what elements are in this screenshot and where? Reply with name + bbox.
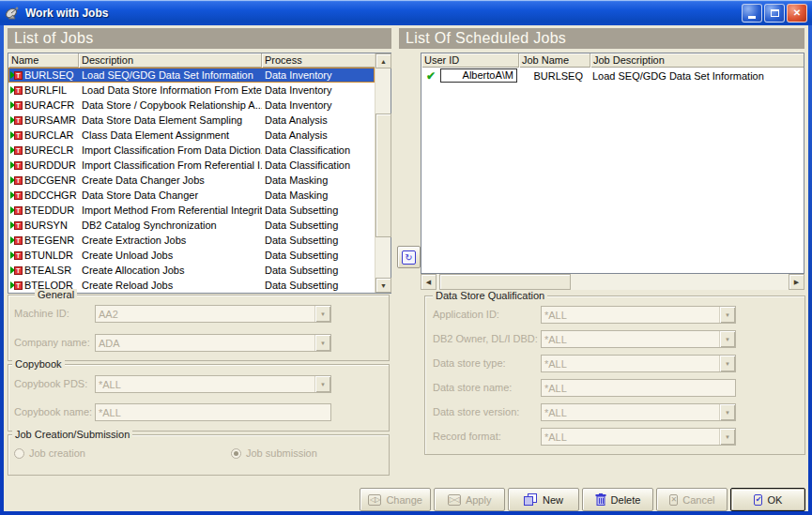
job-description-cell: Import Classification From Referential I… — [79, 159, 262, 171]
red-t-icon: T — [14, 161, 23, 170]
job-name-cell: BDCCHGR — [24, 189, 79, 201]
scheduled-row[interactable]: ✔AlbertoA\MBURLSEQLoad SEQ/GDG Data Set … — [421, 68, 804, 83]
delete-button[interactable]: Delete — [582, 488, 653, 511]
combo-arrow-icon: ▼ — [719, 429, 735, 445]
radio-job-creation: Job creation — [14, 447, 85, 459]
button-label: OK — [767, 494, 782, 506]
column-header-name[interactable]: Name — [8, 53, 79, 68]
job-type-icon: T — [8, 221, 24, 230]
user-id-cell[interactable]: AlbertoA\M — [440, 68, 517, 83]
action-button-row: ◁▷Change▷◁ApplyNewDelete✕Cancel✔OK — [360, 488, 808, 511]
job-description-cell: Create Extraction Jobs — [79, 235, 262, 246]
red-t-icon: T — [14, 131, 23, 140]
machine-id-combo: AA2▼ — [95, 305, 331, 323]
table-row[interactable]: TBTEDDURImport Method From Referential I… — [8, 203, 375, 218]
ok-button[interactable]: ✔OK — [730, 488, 805, 511]
combo-arrow-icon: ▼ — [719, 404, 735, 420]
jobs-table-body: TBURLSEQLoad SEQ/GDG Data Set Informatio… — [8, 68, 375, 293]
transfer-job-button[interactable]: ↻ — [397, 246, 421, 268]
jobs-vertical-scrollbar[interactable]: ▲ ▼ — [375, 53, 391, 293]
copybook-group: Copybook Copybook PDS:*ALL▼Copybook name… — [8, 364, 390, 432]
job-process-cell: Data Inventory — [262, 99, 375, 111]
job-description-cell: Create Reload Jobs — [79, 280, 262, 291]
red-t-icon: T — [14, 176, 23, 185]
red-t-icon: T — [14, 281, 23, 290]
scroll-left-button[interactable]: ◀ — [421, 274, 437, 290]
radio-job-submission: Job submission — [231, 447, 317, 459]
scroll-down-button[interactable]: ▼ — [375, 278, 391, 293]
cancel-icon: ✕ — [669, 494, 679, 506]
window-controls: ✕ — [742, 4, 807, 23]
radio-icon — [231, 448, 241, 459]
scheduled-horizontal-scrollbar[interactable]: ◀ ▶ — [421, 274, 804, 290]
record-format-label: Record format: — [433, 431, 501, 442]
combo-value: *ALL — [542, 334, 719, 345]
job-description-cell: Data Store Data Element Sampling — [79, 114, 262, 126]
job-process-cell: Data Subsetting — [262, 204, 375, 216]
red-t-icon: T — [14, 221, 23, 230]
company-name-label: Company name: — [14, 337, 90, 348]
table-row[interactable]: TBURSAMRData Store Data Element Sampling… — [8, 113, 375, 128]
job-description-cell: Create Unload Jobs — [79, 250, 262, 261]
copybook-group-title: Copybook — [12, 358, 65, 370]
general-group-title: General — [35, 289, 77, 300]
table-row[interactable]: TBTUNLDRCreate Unload JobsData Subsettin… — [8, 248, 375, 263]
job-name-cell: BTEGENR — [24, 235, 79, 246]
table-row[interactable]: TBURDDURImport Classification From Refer… — [8, 158, 375, 173]
column-header-job-description[interactable]: Job Description — [590, 53, 804, 68]
table-row[interactable]: TBURCLARClass Data Element AssignmentDat… — [8, 128, 375, 143]
new-button[interactable]: New — [508, 488, 579, 511]
table-row[interactable]: TBTEGENRCreate Extraction JobsData Subse… — [8, 233, 375, 248]
general-group: General Machine ID:AA2▼Company name:ADA▼ — [8, 295, 390, 361]
title-bar: Work with Jobs ✕ — [0, 0, 812, 25]
job-name-cell: BDCGENR — [24, 174, 79, 186]
column-header-job-name[interactable]: Job Name — [519, 53, 590, 68]
minimize-button[interactable] — [742, 4, 762, 23]
table-row[interactable]: TBDCGENRCreate Data Changer JobsData Mas… — [8, 173, 375, 188]
close-button[interactable]: ✕ — [787, 4, 807, 23]
table-row[interactable]: TBDCCHGRData Store Data ChangerData Mask… — [8, 188, 375, 203]
field-row: Copybook PDS:*ALL▼ — [8, 375, 389, 394]
red-t-icon: T — [14, 71, 23, 80]
job-type-icon: T — [8, 161, 24, 170]
satellite-dish-icon — [5, 6, 22, 21]
apply-icon: ▷◁ — [448, 494, 461, 506]
copybook-pds-label: Copybook PDS: — [14, 378, 87, 389]
horizontal-scrollbar-thumb[interactable] — [439, 274, 571, 290]
data-store-name-input: *ALL — [541, 379, 736, 397]
combo-value: ADA — [96, 338, 314, 349]
job-type-icon: T — [8, 86, 24, 95]
radio-label: Job submission — [246, 447, 317, 459]
button-label: Cancel — [682, 494, 714, 506]
job-process-cell: Data Subsetting — [262, 265, 375, 276]
radio-label: Job creation — [29, 447, 85, 459]
scroll-up-button[interactable]: ▲ — [375, 53, 391, 68]
delete-icon — [595, 493, 606, 506]
job-type-icon: T — [8, 281, 24, 290]
job-description-cell: Load SEQ/GDG Data Set Information — [79, 69, 262, 81]
column-header-process[interactable]: Process — [262, 53, 375, 68]
table-row[interactable]: TBURACFRData Store / Copybook Relationsh… — [8, 98, 375, 113]
vertical-scrollbar-thumb[interactable] — [375, 114, 391, 237]
table-row[interactable]: TBURLSEQLoad SEQ/GDG Data Set Informatio… — [8, 68, 375, 83]
field-row: Data store version:*ALL▼ — [425, 403, 804, 422]
maximize-button[interactable] — [764, 4, 785, 23]
field-row: Data store name:*ALL — [425, 379, 804, 398]
job-creation-group: Job Creation/Submission Job creationJob … — [8, 434, 390, 476]
job-name-cell: BURECLR — [24, 144, 79, 156]
radio-icon — [14, 448, 24, 459]
job-process-cell: Data Subsetting — [262, 220, 375, 231]
job-process-cell: Data Subsetting — [262, 280, 375, 291]
table-row[interactable]: TBTEALSRCreate Allocation JobsData Subse… — [8, 263, 375, 278]
table-row[interactable]: TBURECLRImport Classification From Data … — [8, 143, 375, 158]
column-header-user-id[interactable]: User ID — [421, 53, 519, 68]
job-description-cell: Data Store / Copybook Relationship A... — [79, 99, 262, 111]
data-store-version-label: Data store version: — [433, 406, 519, 417]
scroll-right-button[interactable]: ▶ — [789, 274, 804, 290]
left-panel-header: List of Jobs — [8, 28, 391, 49]
column-header-description[interactable]: Description — [79, 53, 262, 68]
table-row[interactable]: TBURSYNDB2 Catalog SynchronizationData S… — [8, 218, 375, 233]
job-process-cell: Data Classification — [262, 144, 375, 156]
check-icon: ✔ — [421, 69, 440, 83]
table-row[interactable]: TBURLFILLoad Data Store Information From… — [8, 83, 375, 98]
